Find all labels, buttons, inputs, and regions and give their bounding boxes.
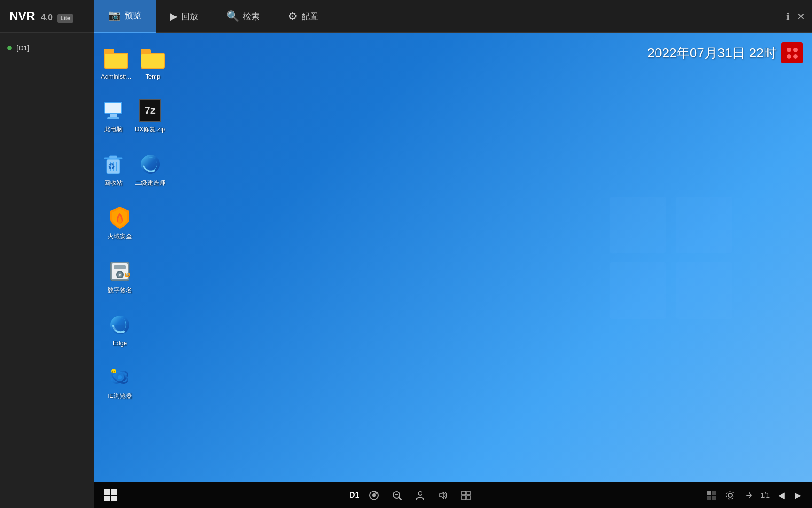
desktop-icon-this-pc[interactable]: 此电脑 (99, 95, 128, 137)
search-icon: 🔍 (226, 10, 239, 23)
nav-search-label: 检索 (243, 11, 260, 22)
digital-signature-label: 数字签名 (108, 286, 132, 294)
svg-line-44 (399, 497, 401, 500)
svg-point-32 (118, 375, 122, 379)
folder-temp-label: Temp (145, 73, 160, 80)
svg-point-41 (375, 492, 377, 494)
svg-rect-12 (110, 114, 117, 117)
svg-rect-46 (462, 491, 466, 495)
taskbar-center-controls: D1 (350, 487, 474, 503)
nav-config-label: 配置 (301, 11, 318, 22)
ie-browser-icon: e (108, 365, 132, 389)
firewall-icon (108, 206, 132, 230)
svg-text:e: e (112, 369, 115, 374)
info-icon[interactable]: ℹ (786, 11, 790, 22)
desktop-icon-7zip[interactable]: 7z DX修复.zip (133, 95, 167, 137)
svg-rect-13 (107, 117, 119, 119)
playback-icon: ▶ (170, 10, 178, 23)
taskbar-expand-icon[interactable] (742, 488, 756, 502)
recycle-bin-icon: ♻ (101, 152, 125, 176)
desktop-icon-edge-engineer[interactable]: 二级建造师 (133, 148, 168, 191)
svg-text:🔍: 🔍 (125, 272, 130, 277)
page-indicator: 1/1 (761, 492, 770, 499)
svg-rect-50 (707, 491, 711, 495)
ie-label: IE浏览器 (108, 392, 132, 400)
svg-rect-11 (105, 103, 121, 113)
taskbar-zoom-out-btn[interactable] (389, 487, 405, 503)
rec-dots (787, 48, 798, 59)
folder-administrators-icon (104, 46, 128, 71)
svg-rect-2 (610, 262, 666, 319)
taskbar-right-controls: 1/1 ◀ ▶ (704, 488, 805, 502)
firewall-label: 火域安全 (108, 232, 132, 241)
prev-page-arrow[interactable]: ◀ (774, 488, 789, 502)
next-page-arrow[interactable]: ▶ (791, 488, 805, 502)
svg-rect-3 (676, 262, 732, 319)
channel-d1-label: [D1] (16, 44, 30, 52)
svg-rect-36 (111, 489, 117, 495)
recording-indicator (781, 42, 803, 64)
svg-rect-49 (467, 496, 470, 500)
svg-rect-53 (712, 496, 716, 500)
desktop-icon-edge[interactable]: Edge (99, 309, 141, 350)
taskbar-view-icon[interactable] (704, 488, 718, 502)
svg-rect-48 (462, 496, 466, 500)
taskbar-person-btn[interactable] (412, 487, 428, 503)
taskbar-grid-btn[interactable] (458, 487, 474, 503)
taskbar-camera-btn[interactable] (366, 487, 382, 503)
top-right-controls: ℹ ✕ (786, 11, 812, 22)
edge-label: Edge (113, 340, 127, 347)
svg-rect-51 (712, 491, 716, 495)
svg-point-25 (119, 274, 121, 276)
nav-search[interactable]: 🔍 检索 (212, 0, 274, 33)
nav-playback-label: 回放 (181, 11, 198, 22)
svg-rect-37 (104, 496, 110, 501)
svg-rect-15 (109, 156, 117, 159)
nav-items: 📷 预览 ▶ 回放 🔍 检索 ⚙ 配置 (94, 0, 786, 33)
7zip-label: DX修复.zip (135, 125, 165, 134)
svg-text:♻: ♻ (108, 162, 115, 171)
svg-point-54 (728, 493, 732, 497)
app-logo: NVR 4.0 Lite (0, 9, 94, 24)
logo-version: 4.0 (41, 13, 53, 22)
svg-rect-47 (467, 491, 470, 495)
desktop-icon-administrators[interactable]: Administr... (99, 42, 133, 84)
desktop-icon-digsig[interactable]: 🔍 数字签名 (99, 255, 141, 298)
nav-preview[interactable]: 📷 预览 (94, 0, 156, 33)
computer-icon (101, 98, 125, 123)
svg-rect-52 (707, 496, 711, 500)
svg-point-45 (418, 492, 422, 495)
sevenzip-icon: 7z (138, 98, 162, 123)
desktop-icons-container: Administr... Temp (94, 33, 169, 482)
svg-rect-0 (610, 197, 666, 253)
desktop-icon-firewall[interactable]: 火域安全 (99, 202, 141, 245)
edge-engineer-label: 二级建造师 (135, 179, 165, 187)
edge-browser-icon (108, 313, 132, 337)
gear-icon: ⚙ (288, 10, 297, 23)
navigation-arrows: ◀ ▶ (774, 488, 805, 502)
recycle-bin-label: 回收站 (104, 179, 123, 187)
svg-rect-35 (104, 489, 110, 495)
nav-config[interactable]: ⚙ 配置 (274, 0, 332, 33)
taskbar-volume-btn[interactable] (435, 487, 451, 503)
power-icon[interactable]: ✕ (797, 11, 805, 22)
svg-rect-22 (114, 265, 126, 269)
desktop-icon-ie[interactable]: e IE浏览器 (99, 361, 141, 404)
taskbar-settings-icon[interactable] (723, 488, 737, 502)
windows-logo-watermark (601, 187, 742, 328)
sidebar-channel-d1[interactable]: [D1] (0, 40, 94, 56)
svg-rect-9 (141, 54, 164, 68)
taskbar-channel-label: D1 (350, 491, 359, 500)
svg-point-40 (372, 493, 376, 497)
folder-temp-icon (141, 46, 165, 71)
desktop-icon-recycle-bin[interactable]: ♻ 回收站 (99, 148, 128, 191)
svg-point-28 (113, 325, 125, 331)
desktop-icon-temp[interactable]: Temp (138, 42, 167, 84)
svg-rect-38 (111, 496, 117, 501)
nav-playback[interactable]: ▶ 回放 (156, 0, 212, 33)
svg-rect-1 (676, 197, 732, 253)
camera-icon: 📷 (108, 9, 121, 22)
edge-engineer-icon (138, 152, 163, 176)
windows-start-button[interactable] (101, 486, 120, 505)
logo-nvr: NVR (9, 9, 35, 23)
